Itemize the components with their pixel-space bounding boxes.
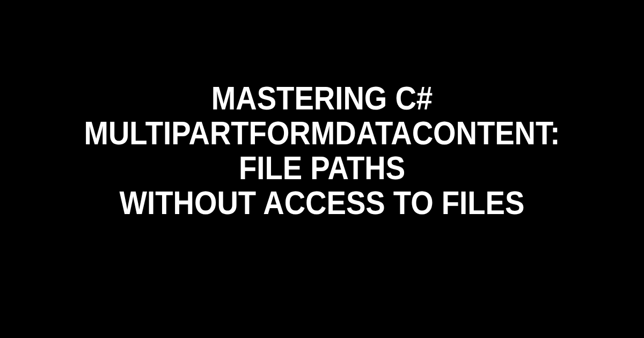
title-container: Mastering C# MultipartFormDataContent: F… — [0, 80, 644, 220]
page-title: Mastering C# MultipartFormDataContent: F… — [67, 80, 577, 220]
title-line-1: Mastering C# — [211, 79, 433, 116]
title-line-2: MultipartFormDataContent: File Paths — [84, 114, 560, 186]
title-line-3: Without Access to Files — [120, 184, 525, 221]
